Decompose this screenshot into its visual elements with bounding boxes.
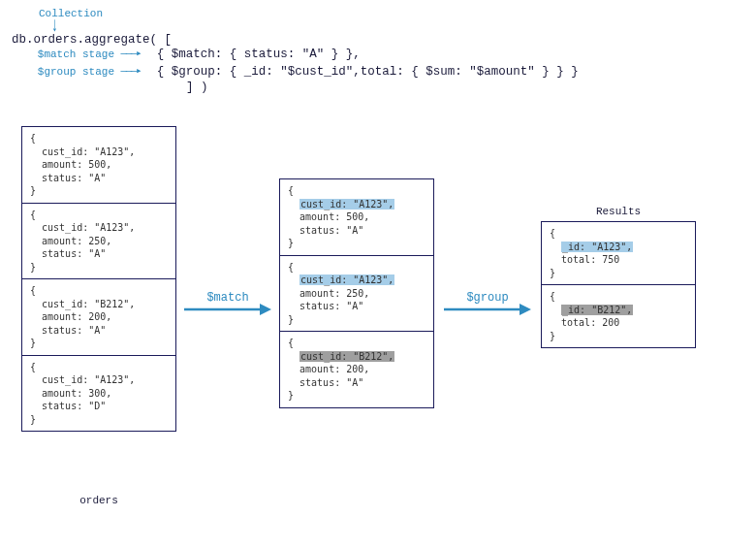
pipeline-diagram: { cust_id: "A123", amount: 500, status: … [0, 126, 756, 533]
down-arrow-icon: │▾ [52, 21, 744, 33]
collection-label: Collection [39, 8, 744, 19]
orders-doc-2: { cust_id: "A123", amount: 250, status: … [22, 204, 175, 280]
right-arrow-icon [444, 303, 531, 316]
match-stage-row: $match stage ———▸ { $match: { status: "A… [25, 47, 744, 64]
right-arrow-icon: ———▸ [121, 47, 141, 61]
group-stage-label: $group stage [25, 65, 114, 80]
match-code: { $match: { status: "A" } }, [157, 48, 361, 61]
matched-doc-2: { cust_id: "A123", amount: 250, status: … [280, 256, 433, 333]
svg-marker-3 [520, 304, 531, 315]
results-doc-1: { _id: "A123", total: 750 } [542, 222, 695, 285]
code-header: Collection │▾ db.orders.aggregate( [ $ma… [12, 8, 744, 94]
orders-doc-3: { cust_id: "B212", amount: 200, status: … [22, 279, 175, 356]
orders-doc-4: { cust_id: "A123", amount: 300, status: … [22, 356, 175, 432]
orders-doc-1: { cust_id: "A123", amount: 500, status: … [22, 127, 175, 204]
matched-table: { cust_id: "A123", amount: 500, status: … [279, 178, 434, 408]
group-arrow: $group [444, 291, 531, 316]
matched-doc-1: { cust_id: "A123", amount: 500, status: … [280, 179, 433, 256]
results-table: { _id: "A123", total: 750 } { _id: "B212… [541, 221, 696, 348]
results-caption: Results [541, 206, 696, 217]
aggregate-close: ] ) [186, 81, 744, 94]
right-arrow-icon [184, 303, 271, 316]
match-arrow: $match [184, 291, 271, 316]
right-arrow-icon: ———▸ [121, 64, 141, 79]
group-stage-row: $group stage ———▸ { $group: { _id: "$cus… [25, 64, 744, 81]
orders-table: { cust_id: "A123", amount: 500, status: … [21, 126, 176, 432]
group-code: { $group: { _id: "$cust_id",total: { $su… [157, 65, 579, 79]
match-stage-label: $match stage [25, 48, 114, 62]
svg-marker-1 [260, 304, 271, 315]
aggregate-open: db.orders.aggregate( [ [12, 33, 744, 47]
results-doc-2: { _id: "B212", total: 200 } [542, 285, 695, 347]
matched-doc-3: { cust_id: "B212", amount: 200, status: … [280, 332, 433, 407]
orders-caption: orders [21, 495, 176, 506]
